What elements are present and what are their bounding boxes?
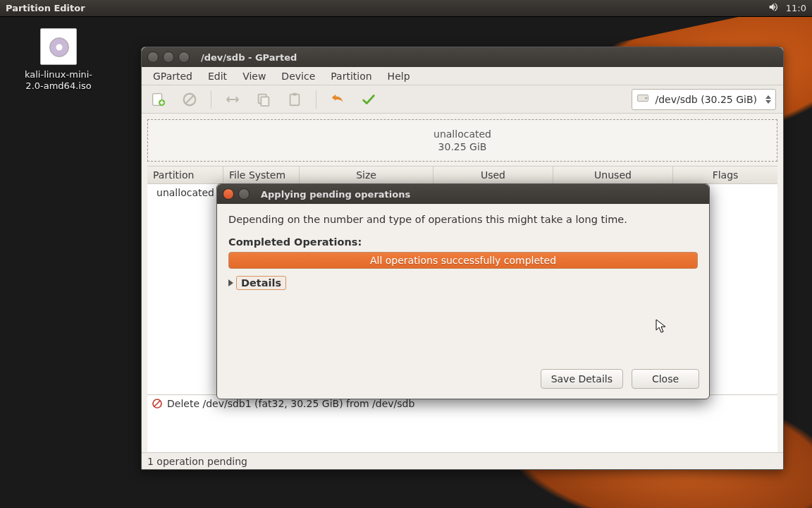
panel-tray: 11:0 <box>768 1 806 15</box>
spinbutton-icon[interactable] <box>765 95 771 104</box>
delete-icon[interactable] <box>180 90 199 109</box>
maximize-icon[interactable] <box>178 52 190 63</box>
menubar: GParted Edit View Device Partition Help <box>142 67 783 85</box>
menu-partition[interactable]: Partition <box>324 68 379 84</box>
cell-partition: unallocated <box>147 184 223 201</box>
statusbar: 1 operation pending <box>142 452 783 469</box>
progress-bar: All operations successfully completed <box>228 252 698 269</box>
col-used[interactable]: Used <box>433 167 553 183</box>
col-size[interactable]: Size <box>300 167 433 183</box>
desktop-file-label: kali-linux-mini-2.0-amd64.iso <box>20 69 97 92</box>
device-selector[interactable]: /dev/sdb (30.25 GiB) <box>632 89 776 110</box>
disc-icon <box>40 28 77 65</box>
completed-label: Completed Operations: <box>228 236 698 248</box>
delete-op-icon <box>152 398 163 411</box>
menu-view[interactable]: View <box>235 68 273 84</box>
menu-gparted[interactable]: GParted <box>146 68 199 84</box>
window-title: /dev/sdb - GParted <box>201 52 297 63</box>
device-selector-label: /dev/sdb (30.25 GiB) <box>655 94 757 105</box>
dialog-buttons: Save Details Close <box>217 361 709 399</box>
minimize-icon[interactable] <box>238 188 250 200</box>
dialog-intro: Depending on the number and type of oper… <box>228 214 698 225</box>
cursor-icon <box>656 319 667 337</box>
svg-rect-7 <box>293 92 297 95</box>
save-details-button[interactable]: Save Details <box>541 369 623 389</box>
svg-rect-5 <box>261 97 269 106</box>
minimize-icon[interactable] <box>163 52 174 63</box>
status-text: 1 operation pending <box>147 456 247 467</box>
pending-op-text: Delete /dev/sdb1 (fat32, 30.25 GiB) from… <box>167 398 414 409</box>
harddisk-icon <box>636 92 649 107</box>
paste-icon[interactable] <box>285 90 304 109</box>
dialog-titlebar[interactable]: Applying pending operations <box>217 184 709 204</box>
window-titlebar[interactable]: /dev/sdb - GParted <box>142 47 783 67</box>
apply-operations-dialog: Applying pending operations Depending on… <box>216 183 710 399</box>
sound-icon[interactable] <box>768 1 779 15</box>
undo-icon[interactable] <box>328 90 347 109</box>
new-partition-icon[interactable] <box>149 90 168 109</box>
details-expander[interactable]: Details <box>228 276 698 290</box>
svg-rect-6 <box>290 94 300 105</box>
col-filesystem[interactable]: File System <box>223 167 300 183</box>
toolbar-separator <box>316 90 316 109</box>
table-header: Partition File System Size Used Unused F… <box>147 166 777 184</box>
toolbar-separator <box>211 90 211 109</box>
resize-icon[interactable] <box>223 90 242 109</box>
col-flags[interactable]: Flags <box>673 167 777 183</box>
desktop-top-panel: Partition Editor 11:0 <box>0 0 812 17</box>
pending-operations: Delete /dev/sdb1 (fat32, 30.25 GiB) from… <box>147 394 777 452</box>
partition-map-size: 30.25 GiB <box>433 140 491 153</box>
desktop-file-iso[interactable]: kali-linux-mini-2.0-amd64.iso <box>20 28 97 92</box>
menu-edit[interactable]: Edit <box>201 68 234 84</box>
partition-map-label: unallocated <box>433 128 491 140</box>
partition-map[interactable]: unallocated 30.25 GiB <box>147 119 777 162</box>
panel-clock: 11:0 <box>786 3 806 13</box>
details-label: Details <box>236 276 286 290</box>
menu-device[interactable]: Device <box>274 68 322 84</box>
dialog-title: Applying pending operations <box>261 189 410 200</box>
dialog-body: Depending on the number and type of oper… <box>217 204 709 361</box>
menu-help[interactable]: Help <box>381 68 417 84</box>
panel-app-title: Partition Editor <box>6 3 768 13</box>
close-icon[interactable] <box>223 188 234 200</box>
progress-text: All operations successfully completed <box>370 255 556 266</box>
close-icon[interactable] <box>147 52 159 63</box>
col-partition[interactable]: Partition <box>147 167 223 183</box>
svg-line-11 <box>154 401 160 406</box>
chevron-right-icon <box>228 279 233 286</box>
col-unused[interactable]: Unused <box>553 167 673 183</box>
close-button[interactable]: Close <box>632 369 699 389</box>
copy-icon[interactable] <box>254 90 273 109</box>
toolbar: /dev/sdb (30.25 GiB) <box>142 85 783 114</box>
svg-point-9 <box>646 97 647 99</box>
svg-line-3 <box>186 95 194 103</box>
apply-icon[interactable] <box>359 90 379 109</box>
